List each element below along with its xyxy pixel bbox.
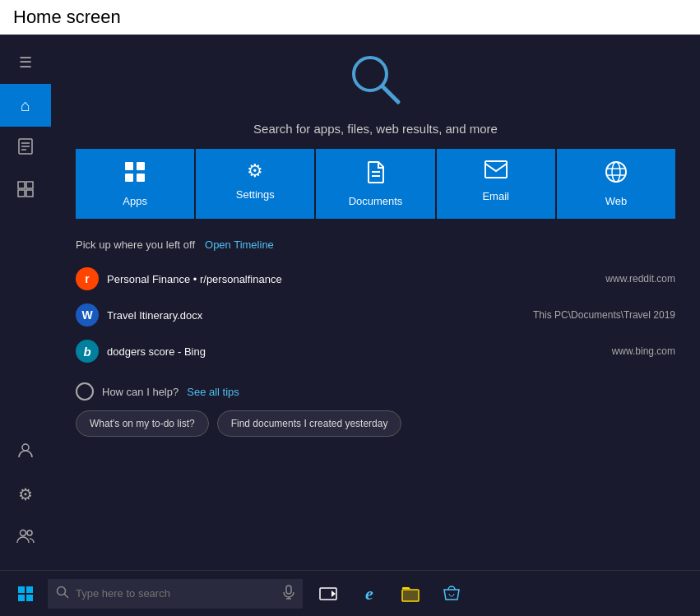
cat-btn-web[interactable]: Web <box>557 149 675 219</box>
sidebar-grid[interactable] <box>0 169 51 212</box>
reddit-icon: r <box>76 267 99 290</box>
recent-section-title: Pick up where you left off <box>76 239 195 251</box>
help-section: How can I help? See all tips What's on m… <box>76 382 675 437</box>
settings-icon: ⚙ <box>18 484 33 504</box>
main-container: ☰ ⌂ <box>0 35 700 604</box>
content-area: Search for apps, files, web results, and… <box>51 35 700 604</box>
svg-rect-7 <box>26 190 33 197</box>
svg-line-12 <box>382 86 398 102</box>
title-bar: Home screen <box>0 0 700 35</box>
svg-point-9 <box>21 530 26 535</box>
svg-rect-15 <box>125 174 133 182</box>
recent-item-reddit[interactable]: r Personal Finance • r/personalfinance w… <box>76 261 675 297</box>
svg-rect-26 <box>18 595 25 601</box>
recent-source-word: This PC\Documents\Travel 2019 <box>533 309 675 321</box>
web-label: Web <box>605 195 628 207</box>
svg-line-29 <box>65 595 68 598</box>
recent-item-word[interactable]: W Travel Itinerary.docx This PC\Document… <box>76 297 675 333</box>
cat-btn-apps[interactable]: Apps <box>76 149 194 219</box>
recent-item-bing[interactable]: b dodgers score - Bing www.bing.com <box>76 333 675 369</box>
taskbar-app-edge[interactable]: e <box>350 575 388 613</box>
search-hero: Search for apps, files, web results, and… <box>76 51 675 136</box>
search-hero-icon <box>347 51 405 117</box>
word-icon: W <box>76 303 99 327</box>
open-timeline-link[interactable]: Open Timeline <box>205 239 274 251</box>
svg-point-8 <box>22 444 29 451</box>
apps-icon <box>123 160 146 188</box>
sidebar-user[interactable] <box>0 430 51 473</box>
sidebar-settings[interactable]: ⚙ <box>0 473 51 516</box>
sidebar-contact[interactable] <box>0 127 51 169</box>
recent-source-reddit: www.reddit.com <box>605 273 675 285</box>
recent-section-header: Pick up where you left off Open Timeline <box>76 239 675 251</box>
cortana-icon <box>76 382 94 401</box>
svg-rect-30 <box>286 586 291 594</box>
documents-label: Documents <box>349 195 403 207</box>
taskbar-app-store[interactable] <box>433 575 471 613</box>
cat-btn-documents[interactable]: Documents <box>316 149 434 219</box>
sidebar-hamburger[interactable]: ☰ <box>0 41 51 84</box>
svg-rect-13 <box>125 162 133 170</box>
recent-list: r Personal Finance • r/personalfinance w… <box>76 261 675 369</box>
svg-rect-14 <box>137 162 145 170</box>
people-icon <box>16 526 35 549</box>
sidebar: ☰ ⌂ <box>0 35 51 604</box>
web-icon <box>605 160 628 188</box>
home-icon: ⌂ <box>21 96 30 115</box>
sidebar-home[interactable]: ⌂ <box>0 84 51 127</box>
help-title-text: How can I help? <box>102 386 178 398</box>
svg-rect-6 <box>18 190 25 197</box>
windows-start-button[interactable] <box>7 575 44 613</box>
recent-name-word: Travel Itinerary.docx <box>107 309 525 322</box>
taskbar-search-input[interactable] <box>76 587 276 600</box>
cat-btn-settings[interactable]: ⚙ Settings <box>196 149 314 219</box>
svg-rect-4 <box>18 182 25 188</box>
help-title-row: How can I help? See all tips <box>76 382 675 401</box>
svg-marker-35 <box>331 591 336 597</box>
svg-rect-25 <box>26 586 33 593</box>
recent-source-bing: www.bing.com <box>612 345 675 357</box>
taskbar-apps: e <box>309 575 471 613</box>
svg-rect-16 <box>137 174 145 182</box>
settings-btn-icon: ⚙ <box>247 160 263 182</box>
suggestion-todo[interactable]: What's on my to-do list? <box>76 410 209 437</box>
svg-rect-24 <box>18 586 25 593</box>
svg-rect-36 <box>402 590 419 601</box>
svg-point-20 <box>606 162 626 182</box>
bing-icon: b <box>76 340 99 363</box>
taskbar-search[interactable] <box>48 579 303 609</box>
grid-icon <box>16 180 35 202</box>
see-all-tips-link[interactable]: See all tips <box>187 386 239 398</box>
taskbar-app-tablet[interactable] <box>309 575 347 613</box>
search-hero-text: Search for apps, files, web results, and… <box>253 122 498 136</box>
svg-point-21 <box>612 162 620 182</box>
contact-icon <box>16 137 35 160</box>
svg-point-10 <box>27 530 32 535</box>
hamburger-icon: ☰ <box>19 53 32 72</box>
settings-label: Settings <box>236 188 275 201</box>
email-icon <box>484 160 508 183</box>
suggestion-docs[interactable]: Find documents I created yesterday <box>217 410 402 437</box>
apps-label: Apps <box>123 195 147 207</box>
taskbar-search-icon <box>56 586 69 601</box>
cat-btn-email[interactable]: Email <box>437 149 555 219</box>
taskbar: e <box>0 570 700 616</box>
microphone-icon[interactable] <box>283 585 294 603</box>
email-label: Email <box>482 190 509 202</box>
category-buttons: Apps ⚙ Settings Documents <box>76 149 675 219</box>
svg-rect-19 <box>485 161 507 178</box>
user-icon <box>16 441 35 463</box>
documents-icon <box>366 160 386 188</box>
sidebar-people[interactable] <box>0 516 51 558</box>
svg-rect-5 <box>26 182 33 188</box>
recent-name-bing: dodgers score - Bing <box>107 345 604 358</box>
recent-name-reddit: Personal Finance • r/personalfinance <box>107 273 597 285</box>
suggestion-buttons: What's on my to-do list? Find documents … <box>76 410 675 437</box>
taskbar-app-files[interactable] <box>392 575 429 613</box>
svg-rect-27 <box>26 595 33 601</box>
page-title: Home screen <box>13 7 121 27</box>
